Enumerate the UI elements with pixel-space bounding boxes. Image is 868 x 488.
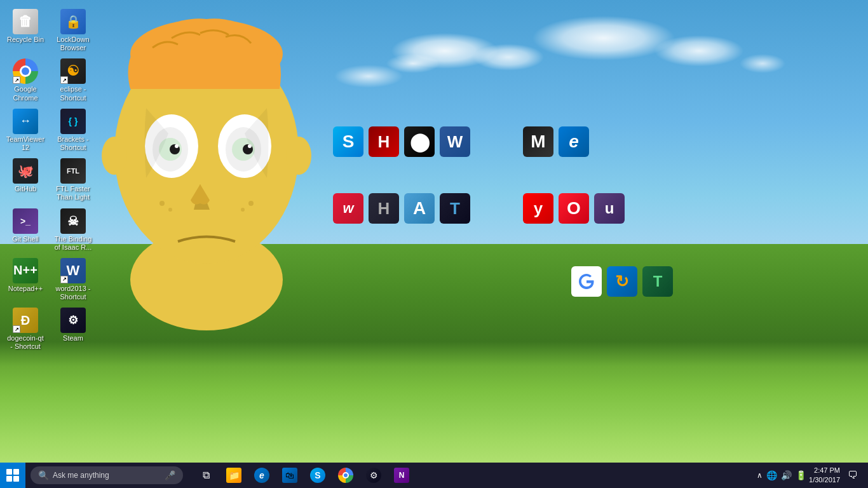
- notepadpp-icon[interactable]: N++ Notepad++: [3, 255, 48, 304]
- notification-button[interactable]: 🗨: [843, 463, 863, 488]
- teamviewer-img: ↔: [13, 109, 38, 134]
- steam-img: ⚙: [60, 308, 86, 333]
- taskbar-tray: ∧ 🌐 🔊 🔋 2:47 PM 1/30/2017 🗨: [757, 463, 868, 488]
- task-view-button[interactable]: ⧉: [193, 463, 219, 488]
- h2-scattered-icon[interactable]: H: [366, 191, 402, 226]
- tableplus-scattered-img: T: [642, 266, 673, 297]
- file-explorer-button[interactable]: 📁: [221, 463, 247, 488]
- recycle-bin-img: 🗑: [13, 9, 38, 34]
- chrome-label: Google Chrome: [6, 85, 45, 102]
- scattered-icons-row3: ↻ T: [569, 264, 675, 299]
- refresh-scattered-icon[interactable]: ↻: [604, 264, 640, 299]
- svg-point-14: [286, 137, 311, 175]
- binding-isaac-icon[interactable]: ☠ The Binding of Isaac R...: [51, 206, 95, 254]
- metro-scattered-img: M: [523, 126, 553, 157]
- gitshell-img: >_: [13, 208, 38, 234]
- gitshell-icon[interactable]: >_ Git Shell: [3, 206, 48, 254]
- word-scattered-icon[interactable]: W: [437, 124, 473, 159]
- recycle-bin-label: Recycle Bin: [7, 36, 44, 44]
- fontforge-scattered-icon[interactable]: A: [402, 191, 437, 226]
- edge-taskbar-button[interactable]: e: [249, 463, 275, 488]
- svg-point-15: [159, 201, 165, 206]
- binding-isaac-label: The Binding of Isaac R...: [53, 235, 93, 252]
- scattered-icons-row2: w H A T y O u: [330, 191, 627, 226]
- taskbar-clock[interactable]: 2:47 PM 1/30/2017: [809, 466, 840, 485]
- typora-scattered-icon[interactable]: T: [437, 191, 473, 226]
- edge-scattered-icon[interactable]: e: [556, 124, 592, 159]
- windows-logo: [6, 469, 19, 482]
- github-label: GitHub: [15, 185, 36, 193]
- morty-image: [89, 13, 324, 330]
- fontforge-scattered-img: A: [404, 193, 435, 224]
- network-icon[interactable]: 🌐: [766, 470, 777, 480]
- tray-arrow[interactable]: ∧: [757, 471, 763, 480]
- tableplus-scattered-icon[interactable]: T: [640, 264, 675, 299]
- lockdown-label: LockDown Browser: [53, 36, 93, 52]
- walgreens-scattered-img: w: [333, 193, 363, 224]
- binding-isaac-img: ☠: [60, 208, 86, 234]
- brackets-icon[interactable]: { } Brackets - Shortcut: [51, 106, 95, 154]
- taskbar: 🔍 Ask me anything 🎤 ⧉ 📁 e 🛍 S: [0, 463, 868, 488]
- ulauncher-scattered-icon[interactable]: u: [592, 191, 627, 226]
- notepadpp-label: Notepad++: [8, 285, 43, 293]
- svg-point-17: [248, 201, 254, 206]
- search-placeholder: Ask me anything: [53, 471, 109, 480]
- word2013-icon[interactable]: W ↗ word2013 - Shortcut: [51, 255, 95, 304]
- steam-label: Steam: [63, 334, 83, 342]
- metro-scattered-icon[interactable]: M: [520, 124, 556, 159]
- opera-scattered-img: O: [559, 193, 589, 224]
- desktop: 🗑 Recycle Bin 🔒 LockDown Browser ↗ Googl…: [0, 0, 868, 488]
- chrome-img: ↗: [13, 58, 38, 84]
- desktop-icons-left: 🗑 Recycle Bin 🔒 LockDown Browser ↗ Googl…: [3, 6, 95, 354]
- lockdown-browser-icon[interactable]: 🔒 LockDown Browser: [51, 6, 95, 55]
- ht-scattered-icon[interactable]: H: [366, 124, 402, 159]
- teamviewer-icon[interactable]: ↔ TeamViewer 12: [3, 106, 48, 154]
- google-scattered-icon[interactable]: [569, 264, 604, 299]
- eclipse-label: eclipse - Shortcut: [53, 85, 93, 102]
- chrome-icon[interactable]: ↗ Google Chrome: [3, 56, 48, 104]
- github-icon[interactable]: 🐙 GitHub: [3, 156, 48, 204]
- store-taskbar-button[interactable]: 🛍: [277, 463, 302, 488]
- notification-icon: 🗨: [848, 470, 858, 481]
- scattered-icons-row1: S H ⬤ W M e: [330, 124, 592, 159]
- notepadpp-img: N++: [13, 258, 38, 283]
- walgreens-scattered-icon[interactable]: w: [330, 191, 366, 226]
- yandex-scattered-icon[interactable]: y: [520, 191, 556, 226]
- edge-scattered-img: e: [559, 126, 589, 157]
- refresh-scattered-img: ↻: [607, 266, 637, 297]
- taskbar-search[interactable]: 🔍 Ask me anything 🎤: [31, 466, 183, 484]
- dogecoin-label: dogecoin-qt - Shortcut: [6, 334, 45, 351]
- onenote-taskbar-button[interactable]: N: [389, 463, 414, 488]
- h2-scattered-img: H: [369, 193, 399, 224]
- eclipse-icon[interactable]: ☯ ↗ eclipse - Shortcut: [51, 56, 95, 104]
- skype-taskbar-button[interactable]: S: [305, 463, 330, 488]
- brackets-img: { }: [60, 109, 86, 134]
- battery-icon[interactable]: 🔋: [796, 470, 806, 480]
- dogecoin-icon[interactable]: Ð ↗ dogecoin-qt - Shortcut: [3, 305, 48, 353]
- volume-icon[interactable]: 🔊: [781, 470, 792, 480]
- word-scattered-img: W: [440, 126, 470, 157]
- clock-date: 1/30/2017: [809, 475, 840, 485]
- svg-point-13: [102, 137, 127, 175]
- yandex-scattered-img: y: [523, 193, 553, 224]
- opera-scattered-icon[interactable]: O: [556, 191, 592, 226]
- taskbar-app-icons: ⧉ 📁 e 🛍 S: [193, 463, 414, 488]
- steam-icon[interactable]: ⚙ Steam: [51, 305, 95, 353]
- dogecoin-img: Ð ↗: [13, 308, 38, 333]
- system-tray: ∧ 🌐 🔊 🔋: [757, 470, 806, 480]
- eclipse-img: ☯ ↗: [60, 58, 86, 84]
- shortcut-arrow: ↗: [13, 76, 20, 84]
- chrome-taskbar-button[interactable]: [333, 463, 358, 488]
- skype-scattered-icon[interactable]: S: [330, 124, 366, 159]
- ftl-icon[interactable]: FTL FTL Faster Than Light: [51, 156, 95, 204]
- ftl-img: FTL: [60, 158, 86, 184]
- steam-taskbar-button[interactable]: ⚙: [361, 463, 386, 488]
- shortcut-arrow-eclipse: ↗: [60, 76, 68, 84]
- start-button[interactable]: [0, 463, 25, 488]
- clock-time: 2:47 PM: [809, 466, 840, 475]
- recycle-bin-icon[interactable]: 🗑 Recycle Bin: [3, 6, 48, 55]
- svg-point-18: [241, 208, 245, 212]
- shortcut-arrow-word: ↗: [60, 276, 68, 283]
- circle-scattered-icon[interactable]: ⬤: [402, 124, 437, 159]
- word2013-img: W ↗: [60, 258, 86, 283]
